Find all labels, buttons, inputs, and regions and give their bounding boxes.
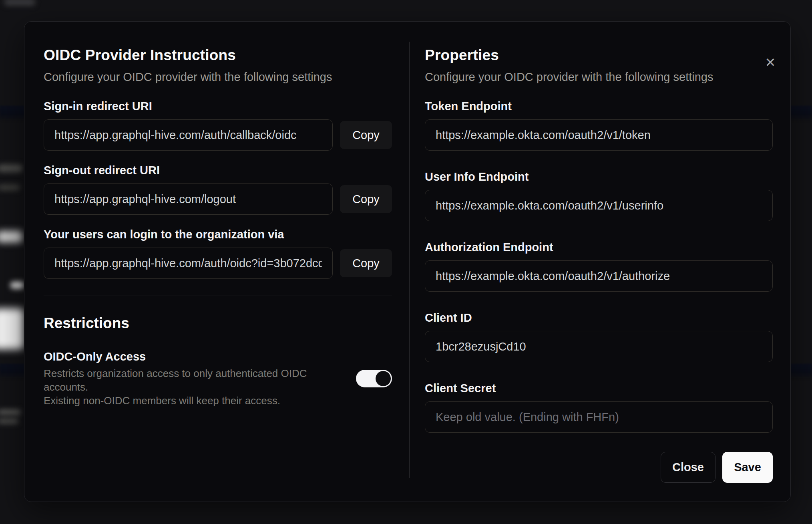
backdrop-blur-shape (0, 418, 18, 424)
restrictions-title: Restrictions (44, 314, 392, 332)
client-secret-input[interactable] (425, 401, 773, 433)
section-divider (44, 296, 392, 296)
field-label: Token Endpoint (425, 99, 773, 113)
sign-out-redirect-input[interactable] (44, 183, 333, 215)
oidc-only-toggle[interactable] (356, 370, 392, 387)
login-url-input[interactable] (44, 248, 333, 279)
copy-button[interactable]: Copy (340, 185, 392, 213)
description-line: Restricts organization access to only au… (44, 367, 307, 393)
oidc-only-access-label: OIDC-Only Access (44, 350, 336, 363)
field-label: Client ID (425, 311, 773, 324)
client-secret-field: Client Secret (425, 381, 773, 433)
backdrop-blur-shape (0, 308, 24, 349)
backdrop-blur-shape (0, 409, 21, 415)
backdrop-blur-shape (4, 0, 35, 6)
backdrop-blur-shape (0, 184, 20, 191)
section-subtitle: Configure your OIDC provider with the fo… (425, 70, 773, 84)
token-endpoint-input[interactable] (425, 119, 773, 151)
properties-section: Properties Configure your OIDC provider … (410, 22, 790, 502)
oidc-settings-dialog: ✕ OIDC Provider Instructions Configure y… (24, 21, 791, 502)
copy-button[interactable]: Copy (340, 121, 392, 149)
screen: ✕ OIDC Provider Instructions Configure y… (0, 0, 812, 524)
field-label: Authorization Endpoint (425, 240, 773, 254)
section-title: OIDC Provider Instructions (44, 46, 392, 64)
sign-in-redirect-input[interactable] (44, 119, 333, 151)
provider-instructions-section: OIDC Provider Instructions Configure you… (24, 22, 409, 502)
field-label: Your users can login to the organization… (44, 228, 392, 241)
backdrop-blur-shape (10, 282, 24, 289)
toggle-knob (376, 371, 391, 386)
field-label: Sign-out redirect URI (44, 163, 392, 177)
token-endpoint-field: Token Endpoint (425, 99, 773, 151)
sign-in-redirect-field: Sign-in redirect URI Copy (44, 99, 392, 151)
save-button[interactable]: Save (722, 452, 773, 483)
client-id-input[interactable] (425, 331, 773, 362)
section-title: Properties (425, 46, 773, 64)
userinfo-endpoint-input[interactable] (425, 190, 773, 221)
field-label: Sign-in redirect URI (44, 99, 392, 113)
sign-out-redirect-field: Sign-out redirect URI Copy (44, 163, 392, 215)
backdrop-blur-shape (0, 164, 22, 172)
dialog-actions: Close Save (425, 452, 773, 483)
authorization-endpoint-field: Authorization Endpoint (425, 240, 773, 292)
close-button[interactable]: Close (661, 452, 716, 483)
section-subtitle: Configure your OIDC provider with the fo… (44, 70, 392, 84)
login-url-field: Your users can login to the organization… (44, 228, 392, 279)
field-label: Client Secret (425, 381, 773, 395)
copy-button[interactable]: Copy (340, 249, 392, 277)
oidc-only-access-text: OIDC-Only Access Restricts organization … (44, 350, 336, 407)
oidc-only-access-description: Restricts organization access to only au… (44, 367, 336, 407)
field-label: User Info Endpoint (425, 170, 773, 183)
userinfo-endpoint-field: User Info Endpoint (425, 170, 773, 221)
authorization-endpoint-input[interactable] (425, 260, 773, 292)
oidc-only-access-row: OIDC-Only Access Restricts organization … (44, 350, 392, 407)
description-line: Existing non-OIDC members will keep thei… (44, 395, 280, 407)
client-id-field: Client ID (425, 311, 773, 362)
backdrop-blur-shape (0, 231, 22, 243)
